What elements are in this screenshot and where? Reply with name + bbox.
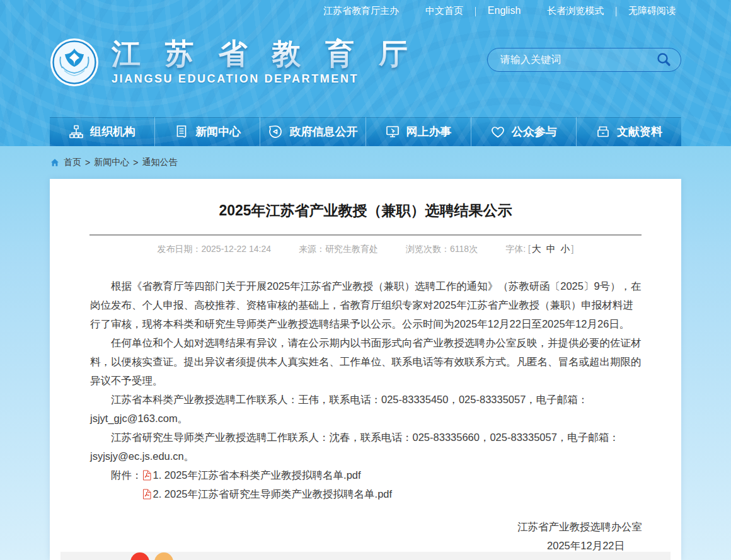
site-name-en: JIANGSU EDUCATION DEPARTMENT (112, 72, 416, 86)
article-panel: 2025年江苏省产业教授（兼职）选聘结果公示 发布日期：2025-12-22 1… (50, 179, 681, 560)
news-document-icon (174, 124, 189, 139)
paragraph: 江苏省本科类产业教授选聘工作联系人：王伟，联系电话：025-83335450，0… (90, 390, 642, 428)
title-divider (89, 234, 642, 236)
nav-item-gov-info-disclosure[interactable]: 政府信息公开 (260, 117, 365, 146)
attachments-label: 附件： (111, 466, 142, 484)
attachment-link-2[interactable]: 2. 2025年江苏省研究生导师类产业教授拟聘名单.pdf (153, 484, 393, 503)
nav-item-news-center[interactable]: 新闻中心 (154, 117, 260, 146)
online-service-monitor-icon (385, 124, 400, 139)
link-chinese-home[interactable]: 中文首页 (425, 5, 463, 17)
separator: ｜ (471, 5, 480, 17)
jiangsu-education-emblem-icon (50, 38, 99, 87)
font-size-small-button[interactable]: 小 (560, 243, 572, 255)
search-input[interactable] (500, 54, 654, 66)
share-qzone-button[interactable] (154, 552, 173, 560)
share-bar (60, 552, 671, 560)
archive-icon (596, 124, 611, 139)
nav-label: 新闻中心 (195, 124, 241, 139)
paragraph: 根据《省教育厅等四部门关于开展2025年江苏省产业教授（兼职）选聘工作的通知》（… (90, 277, 642, 333)
nav-label: 文献资料 (617, 124, 662, 139)
site-header: 江 苏 省 教 育 厅 JIANGSU EDUCATION DEPARTMENT (50, 28, 681, 101)
attachment-row: 附件： 2. 2025年江苏省研究生导师类产业教授拟聘名单.pdf (90, 484, 642, 503)
link-english[interactable]: English (488, 5, 521, 16)
paragraph: 江苏省研究生导师类产业教授选聘工作联系人：沈春，联系电话：025-8333566… (90, 428, 642, 466)
nav-label: 公众参与 (512, 124, 557, 139)
nav-label: 政府信息公开 (289, 124, 357, 139)
nav-item-organization[interactable]: 组织机构 (50, 117, 154, 146)
article-signature: 江苏省产业教授选聘办公室 2025年12月22日 (50, 517, 681, 555)
site-name-cn: 江 苏 省 教 育 厅 (112, 38, 416, 70)
link-elder-mode[interactable]: 长者浏览模式 (547, 5, 604, 17)
search-box (487, 48, 681, 72)
breadcrumb-notices[interactable]: 通知公告 (142, 157, 177, 168)
breadcrumb: 首页 > 新闻中心 > 通知公告 (50, 146, 681, 179)
font-size-large-button[interactable]: 大 (531, 243, 543, 255)
search-icon (655, 52, 672, 68)
publish-date: 发布日期：2025-12-22 14:24 (158, 244, 272, 255)
breadcrumb-home[interactable]: 首页 (64, 157, 81, 168)
breadcrumb-separator: > (133, 157, 138, 168)
main-navigation: 组织机构 新闻中心 政府信息公开 网上办事 公众参与 (50, 117, 681, 146)
info-disclosure-icon (268, 124, 283, 139)
article-meta: 发布日期：2025-12-22 14:24 来源：研究生教育处 浏览次数：611… (50, 243, 681, 255)
breadcrumb-separator: > (85, 157, 90, 168)
separator: ｜ (611, 5, 621, 17)
attachment-row: 附件： 1. 2025年江苏省本科类产业教授拟聘名单.pdf (90, 466, 642, 484)
view-count: 浏览次数：6118次 (406, 244, 478, 255)
host-label: 江苏省教育厅主办 (323, 5, 399, 17)
article-source: 来源：研究生教育处 (299, 244, 378, 255)
font-size-control: 字体: [大 中 小] (505, 243, 573, 255)
nav-label: 组织机构 (90, 124, 135, 139)
home-icon (50, 157, 60, 168)
sitemap-icon (69, 124, 84, 139)
attachment-link-1[interactable]: 1. 2025年江苏省本科类产业教授拟聘名单.pdf (153, 466, 361, 484)
article-body: 根据《省教育厅等四部门关于开展2025年江苏省产业教授（兼职）选聘工作的通知》（… (50, 277, 681, 503)
link-accessible-reading[interactable]: 无障碍阅读 (628, 5, 676, 17)
nav-item-documents[interactable]: 文献资料 (576, 117, 681, 146)
paragraph: 任何单位和个人如对选聘结果有异议，请在公示期内以书面形式向省产业教授选聘办公室反… (90, 333, 642, 390)
share-weibo-button[interactable] (130, 552, 149, 560)
signature-org: 江苏省产业教授选聘办公室 (50, 517, 642, 536)
pdf-icon (142, 470, 152, 481)
nav-label: 网上办事 (406, 124, 452, 139)
page-title: 2025年江苏省产业教授（兼职）选聘结果公示 (50, 200, 681, 220)
nav-item-online-services[interactable]: 网上办事 (366, 117, 471, 146)
heart-icon (490, 124, 505, 139)
site-title-block: 江 苏 省 教 育 厅 JIANGSU EDUCATION DEPARTMENT (112, 38, 416, 86)
breadcrumb-news-center[interactable]: 新闻中心 (94, 157, 129, 168)
top-utility-bar: 江苏省教育厅主办 中文首页 ｜ English 长者浏览模式 ｜ 无障碍阅读 (0, 0, 731, 21)
font-size-medium-button[interactable]: 中 (545, 243, 557, 255)
search-button[interactable] (654, 50, 673, 69)
nav-item-public-participation[interactable]: 公众参与 (471, 117, 576, 146)
pdf-icon (142, 489, 152, 500)
breadcrumb-band: 首页 > 新闻中心 > 通知公告 (0, 146, 731, 179)
